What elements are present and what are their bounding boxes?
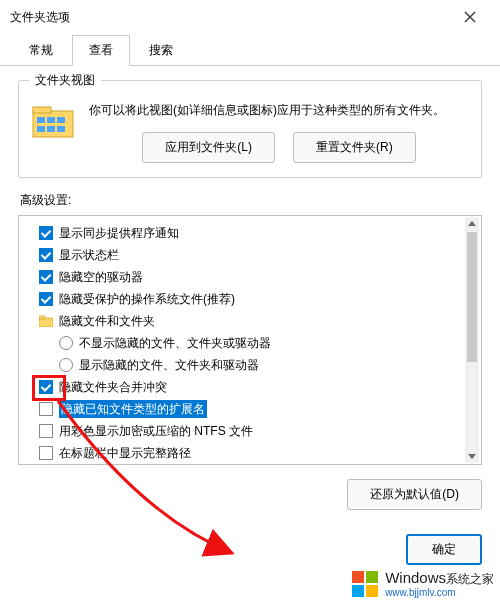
apply-to-folders-button[interactable]: 应用到文件夹(L) xyxy=(142,132,275,163)
tree-item[interactable]: 隐藏文件和文件夹 xyxy=(23,310,477,332)
svg-rect-12 xyxy=(352,571,364,583)
folder-view-group-title: 文件夹视图 xyxy=(29,72,101,89)
close-button[interactable] xyxy=(450,3,490,31)
radio-icon[interactable] xyxy=(59,336,73,350)
restore-defaults-button[interactable]: 还原为默认值(D) xyxy=(347,479,482,510)
ok-button[interactable]: 确定 xyxy=(406,534,482,565)
svg-rect-4 xyxy=(57,117,65,123)
svg-rect-15 xyxy=(366,585,378,597)
svg-rect-0 xyxy=(33,111,73,137)
checkbox-icon[interactable] xyxy=(39,270,53,284)
checkbox-icon[interactable] xyxy=(39,226,53,240)
checkbox-icon[interactable] xyxy=(39,446,53,460)
tree-item-label: 用彩色显示加密或压缩的 NTFS 文件 xyxy=(59,422,253,440)
tree-item[interactable]: 显示同步提供程序通知 xyxy=(23,222,477,244)
titlebar: 文件夹选项 xyxy=(0,0,500,34)
svg-rect-2 xyxy=(37,117,45,123)
tree-item[interactable]: 隐藏文件夹合并冲突 xyxy=(23,376,477,398)
tree-item-label: 隐藏文件和文件夹 xyxy=(59,312,155,330)
tree-item[interactable]: 显示状态栏 xyxy=(23,244,477,266)
tree-item[interactable]: 在标题栏中显示完整路径 xyxy=(23,442,477,464)
tree-item-label: 隐藏空的驱动器 xyxy=(59,268,143,286)
watermark: Windows系统之家 www.bjjmlv.com xyxy=(351,570,494,598)
tree-item[interactable]: 隐藏已知文件类型的扩展名 xyxy=(23,398,477,420)
dialog-buttons: 确定 xyxy=(0,526,500,573)
folder-view-group: 文件夹视图 你可以将此视图(如详细信息或图标)应用于这种类型的所有文件夹。 应用… xyxy=(18,80,482,178)
tree-item[interactable]: 不显示隐藏的文件、文件夹或驱动器 xyxy=(23,332,477,354)
svg-rect-9 xyxy=(39,316,45,319)
checkbox-icon[interactable] xyxy=(39,248,53,262)
folder-node-icon xyxy=(39,315,53,327)
scrollbar[interactable] xyxy=(465,218,479,462)
watermark-url: www.bjjmlv.com xyxy=(385,587,494,598)
advanced-settings-tree[interactable]: 显示同步提供程序通知显示状态栏隐藏空的驱动器隐藏受保护的操作系统文件(推荐)隐藏… xyxy=(18,215,482,465)
svg-rect-3 xyxy=(47,117,55,123)
tree-item-label: 在标题栏中显示完整路径 xyxy=(59,444,191,462)
tree-item[interactable]: 在单独的进程中打开文件夹窗口 xyxy=(23,464,477,465)
folder-options-dialog: 文件夹选项 常规 查看 搜索 文件夹视图 xyxy=(0,0,500,602)
svg-rect-1 xyxy=(33,107,51,113)
tab-general[interactable]: 常规 xyxy=(12,35,70,66)
folder-view-description: 你可以将此视图(如详细信息或图标)应用于这种类型的所有文件夹。 xyxy=(89,101,469,120)
checkbox-icon[interactable] xyxy=(39,380,53,394)
tree-item[interactable]: 隐藏受保护的操作系统文件(推荐) xyxy=(23,288,477,310)
checkbox-icon[interactable] xyxy=(39,424,53,438)
close-icon xyxy=(464,11,476,23)
svg-rect-6 xyxy=(47,126,55,132)
svg-rect-5 xyxy=(37,126,45,132)
tab-view[interactable]: 查看 xyxy=(72,35,130,66)
tree-item-label: 不显示隐藏的文件、文件夹或驱动器 xyxy=(79,334,271,352)
tree-item[interactable]: 隐藏空的驱动器 xyxy=(23,266,477,288)
svg-rect-7 xyxy=(57,126,65,132)
tab-bar: 常规 查看 搜索 xyxy=(0,34,500,66)
tree-item-label: 显示状态栏 xyxy=(59,246,119,264)
checkbox-icon[interactable] xyxy=(39,402,53,416)
tree-item[interactable]: 用彩色显示加密或压缩的 NTFS 文件 xyxy=(23,420,477,442)
watermark-sub: 系统之家 xyxy=(446,572,494,586)
radio-icon[interactable] xyxy=(59,358,73,372)
watermark-brand: Windows xyxy=(385,569,446,586)
tree-item-label: 隐藏文件夹合并冲突 xyxy=(59,378,167,396)
tree-item-label: 隐藏受保护的操作系统文件(推荐) xyxy=(59,290,235,308)
checkbox-icon[interactable] xyxy=(39,292,53,306)
tree-item-label: 显示隐藏的文件、文件夹和驱动器 xyxy=(79,356,259,374)
advanced-settings-label: 高级设置: xyxy=(20,192,482,209)
reset-folders-button[interactable]: 重置文件夹(R) xyxy=(293,132,416,163)
folder-icon xyxy=(31,101,75,141)
svg-rect-8 xyxy=(39,318,53,327)
content-area: 文件夹视图 你可以将此视图(如详细信息或图标)应用于这种类型的所有文件夹。 应用… xyxy=(0,66,500,518)
svg-rect-14 xyxy=(352,585,364,597)
windows-logo-icon xyxy=(351,570,379,598)
tree-item-label: 隐藏已知文件类型的扩展名 xyxy=(59,400,207,418)
window-title: 文件夹选项 xyxy=(10,9,70,26)
tab-search[interactable]: 搜索 xyxy=(132,35,190,66)
tree-item[interactable]: 显示隐藏的文件、文件夹和驱动器 xyxy=(23,354,477,376)
tree-item-label: 显示同步提供程序通知 xyxy=(59,224,179,242)
svg-rect-13 xyxy=(366,571,378,583)
